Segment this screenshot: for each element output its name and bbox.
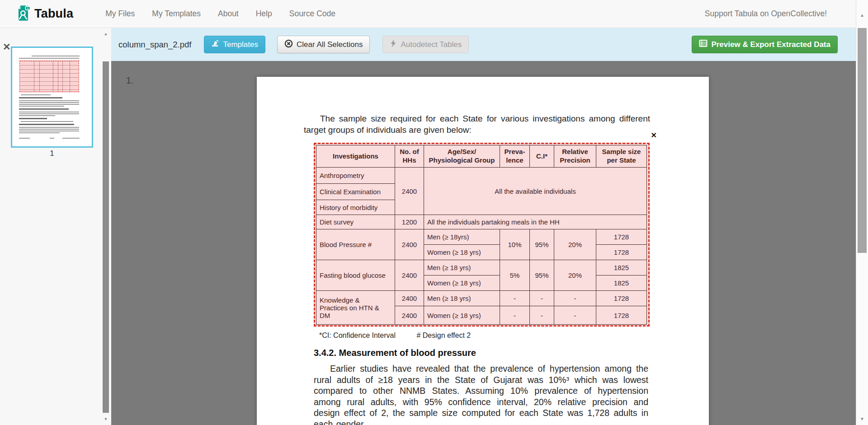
tabula-brand[interactable]: Tabula [16,4,73,24]
top-navbar: Tabula My Files My Templates About Help … [0,0,856,28]
pdf-viewer-area: 1. The sample size required for each Sta… [111,61,856,425]
scrollbar-thumb[interactable] [858,28,867,253]
sidebar-scroll-down-icon[interactable]: ▼ [101,417,110,421]
lightning-bolt-icon [390,39,397,50]
footnote-ci: *CI: Confidence Interval [319,332,396,339]
template-stamp-icon [211,39,219,50]
clear-all-selections-button[interactable]: Clear All Selections [277,36,370,53]
table-footnote: *CI: Confidence Interval # Design effect… [319,332,471,340]
nav-my-templates[interactable]: My Templates [143,9,209,19]
thumbnail-page-number: 1 [11,149,93,158]
nav-source-code[interactable]: Source Code [281,9,344,19]
nav-my-files[interactable]: My Files [97,9,143,19]
main-nav: My Files My Templates About Help Source … [97,9,344,19]
clear-all-selections-label: Clear All Selections [297,40,363,49]
pdf-page-1: The sample size required for each State … [257,77,709,425]
footnote-design-effect: # Design effect 2 [416,332,471,339]
remove-file-button[interactable]: ✕ [3,42,11,51]
circle-x-icon [284,39,293,50]
table-selection-region: Investigations No. of HHs Age/Sex/ Physi… [314,143,650,327]
section-heading: 3.4.2. Measurement of blood pressure [314,348,476,358]
preview-export-label: Preview & Export Extracted Data [711,40,830,49]
page-1-thumbnail[interactable] [11,47,93,148]
thumbnail-selection-box [19,61,79,92]
scrollbar-down-icon[interactable]: ▼ [856,416,868,421]
table-grid-icon [699,39,708,50]
page-number-marker: 1. [126,75,134,86]
tabula-pdf-lock-icon [16,4,31,24]
window-scrollbar[interactable]: ▲ ▼ [856,0,868,425]
nav-about[interactable]: About [209,9,247,19]
brand-name[interactable]: Tabula [34,7,73,21]
templates-button-label: Templates [223,40,258,49]
table-selection-overlay[interactable] [314,143,650,327]
sidebar-scrollbar-thumb[interactable] [103,61,109,413]
thumbnail-page-preview [14,49,90,145]
scrollbar-up-icon[interactable]: ▲ [856,13,868,18]
pdf-intro-paragraph: The sample size required for each State … [304,113,650,135]
pdf-body-paragraph: Earlier studies have revealed that the p… [314,363,648,425]
page-thumbnails-sidebar: ✕ [0,28,111,425]
open-filename: column_span_2.pdf [118,40,191,50]
support-opencollective-link[interactable]: Support Tabula on OpenCollective! [705,9,849,19]
autodetect-tables-button: Autodetect Tables [382,36,469,53]
selection-close-button[interactable]: ✕ [651,132,657,139]
sidebar-scrollbar[interactable]: ▲ ▼ [101,28,110,425]
document-toolbar: column_span_2.pdf Templates Clear All Se… [111,28,856,61]
sidebar-scroll-up-icon[interactable]: ▲ [101,32,110,36]
autodetect-tables-label: Autodetect Tables [401,40,462,49]
templates-button[interactable]: Templates [204,36,265,53]
nav-help[interactable]: Help [247,9,281,19]
preview-export-button[interactable]: Preview & Export Extracted Data [692,36,838,53]
